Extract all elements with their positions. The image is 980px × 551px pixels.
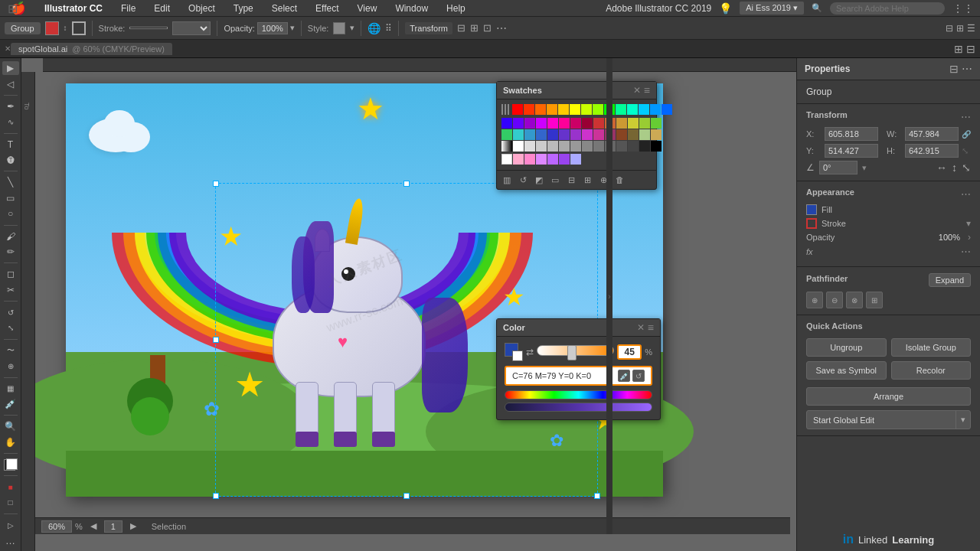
swatch-item[interactable]	[593, 129, 604, 140]
search-input[interactable]	[830, 2, 945, 15]
color-slider-track[interactable]	[537, 345, 614, 360]
menu-file[interactable]: File	[116, 3, 140, 14]
swatch-item[interactable]	[570, 104, 580, 115]
pathfinder-minus[interactable]: ⊖	[826, 292, 843, 308]
swatch-item[interactable]	[627, 104, 638, 115]
swatch-tool-4[interactable]: ▭	[548, 173, 562, 187]
swatch-item[interactable]	[593, 118, 604, 129]
menu-select[interactable]: Select	[267, 3, 302, 14]
flip-h-icon[interactable]: ↔	[936, 161, 947, 174]
ungroup-button[interactable]: Ungroup	[806, 338, 887, 357]
scissors-tool[interactable]: ✂	[2, 283, 19, 297]
swatch-item[interactable]	[524, 118, 535, 129]
swatch-item[interactable]	[581, 104, 592, 115]
swatch-item[interactable]	[593, 141, 604, 152]
gradient-tool[interactable]: ▦	[2, 381, 19, 395]
arrange-panels-2-icon[interactable]: ⊟	[966, 43, 975, 55]
swatch-item[interactable]	[651, 141, 662, 152]
color-reset-icon[interactable]: ↺	[632, 370, 645, 382]
workspace-selector[interactable]: Ai Ess 2019 ▾	[740, 2, 804, 15]
swatch-item[interactable]	[513, 129, 524, 140]
rotate-tool[interactable]: ↺	[2, 305, 19, 319]
y-input[interactable]: 514.427	[825, 144, 878, 158]
angle-input[interactable]	[819, 161, 858, 174]
direct-selection-tool[interactable]: ◁	[2, 77, 19, 90]
menu-effect[interactable]: Effect	[311, 3, 343, 14]
swatch-item[interactable]	[536, 154, 547, 165]
menu-view[interactable]: View	[353, 3, 382, 14]
curvature-tool[interactable]: ∿	[2, 115, 19, 129]
swatch-item[interactable]	[501, 154, 512, 165]
swatch-item[interactable]	[582, 129, 593, 140]
swatch-tool-6[interactable]: ⊞	[580, 173, 594, 187]
swatch-item[interactable]	[582, 141, 593, 152]
swatch-item[interactable]	[570, 154, 581, 165]
swatch-item[interactable]	[616, 129, 627, 140]
swatch-none[interactable]	[501, 104, 503, 115]
fill-checkbox[interactable]	[806, 204, 817, 215]
pen-tool[interactable]: ✒	[2, 99, 19, 113]
swatch-item[interactable]	[513, 154, 524, 165]
color-fg-swap-icon[interactable]: ⇄	[526, 347, 534, 357]
app-name-menu[interactable]: Illustrator CC	[40, 3, 107, 14]
next-page-btn[interactable]: ▶	[130, 521, 136, 531]
swatch-item[interactable]	[628, 141, 639, 152]
swatch-item[interactable]	[616, 141, 627, 152]
more-tools-icon[interactable]: …	[2, 533, 19, 547]
color-menu-icon[interactable]: ≡	[648, 321, 654, 334]
selection-tool[interactable]: ▶	[2, 61, 19, 75]
swatch-item[interactable]	[547, 141, 558, 152]
zoom-tool[interactable]: 🔍	[2, 419, 19, 433]
arrange-button[interactable]: Arrange	[806, 387, 971, 406]
area-type-tool[interactable]: 🅣	[2, 153, 19, 167]
swatch-item[interactable]	[547, 129, 558, 140]
swatch-item[interactable]	[628, 129, 639, 140]
swatch-item[interactable]	[639, 104, 649, 115]
swatch-item[interactable]	[535, 104, 546, 115]
zoom-input[interactable]: 60%	[41, 520, 72, 533]
swatch-item[interactable]	[524, 141, 535, 152]
opacity-input[interactable]	[257, 22, 288, 34]
swatch-tool-1[interactable]: ▥	[500, 173, 514, 187]
swatch-item[interactable]	[570, 141, 581, 152]
stroke-none-icon[interactable]: □	[2, 496, 19, 510]
warp-tool[interactable]: 〜	[2, 344, 19, 357]
swatch-item[interactable]	[501, 129, 512, 140]
swatch-white[interactable]	[505, 104, 506, 115]
fill-color-box[interactable]	[45, 21, 59, 35]
flip-v-icon[interactable]: ↕	[952, 161, 957, 174]
swatch-item[interactable]	[547, 154, 558, 165]
eraser-tool[interactable]: ◻	[2, 267, 19, 281]
panel-toggle-2[interactable]: ⊞	[956, 23, 964, 34]
swatch-item[interactable]	[616, 104, 626, 115]
opacity-arrow[interactable]: ▾	[290, 23, 295, 33]
swatch-item[interactable]	[639, 129, 650, 140]
menu-object[interactable]: Object	[184, 3, 220, 14]
color-fg-icon[interactable]	[505, 343, 523, 361]
swatch-item[interactable]	[524, 104, 534, 115]
swatches-close-icon[interactable]: ✕	[633, 85, 641, 96]
swatch-item[interactable]	[662, 104, 672, 115]
ellipse-tool[interactable]: ○	[2, 207, 19, 220]
swatch-item[interactable]	[570, 129, 581, 140]
swatch-item[interactable]	[639, 141, 650, 152]
angle-dropdown[interactable]: ▾	[862, 163, 867, 173]
swatch-item[interactable]	[524, 154, 535, 165]
canvas-viewport[interactable]: ★ ★ ★ ★ ★ ✿ ✿	[35, 72, 790, 534]
color-panel-header[interactable]: Color ✕ ≡	[497, 319, 660, 337]
pathfinder-unite[interactable]: ⊕	[806, 292, 823, 308]
menu-help[interactable]: Help	[442, 3, 470, 14]
stroke-dropdown[interactable]	[172, 21, 211, 35]
align-icon-3[interactable]: ⊡	[483, 22, 492, 34]
swatch-item[interactable]	[639, 118, 650, 129]
opacity-row-arrow[interactable]: ›	[968, 232, 971, 243]
stroke-checkbox[interactable]	[806, 218, 817, 229]
swatches-menu-icon[interactable]: ≡	[644, 84, 650, 96]
menu-window[interactable]: Window	[390, 3, 433, 14]
style-arrow[interactable]: ▾	[350, 23, 354, 33]
swatch-item[interactable]	[524, 129, 535, 140]
h-input[interactable]: 642.915	[905, 144, 959, 158]
swatch-item[interactable]	[547, 104, 557, 115]
align-icon-2[interactable]: ⊞	[470, 22, 479, 34]
color-purple-gradient[interactable]	[505, 403, 652, 412]
